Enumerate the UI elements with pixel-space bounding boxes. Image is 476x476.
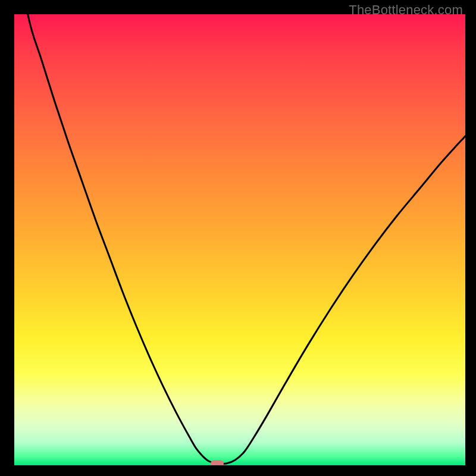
minimum-marker bbox=[211, 460, 224, 465]
plot-area bbox=[14, 14, 465, 465]
chart-container: TheBottleneck.com bbox=[0, 0, 476, 476]
bottleneck-curve bbox=[14, 14, 465, 465]
